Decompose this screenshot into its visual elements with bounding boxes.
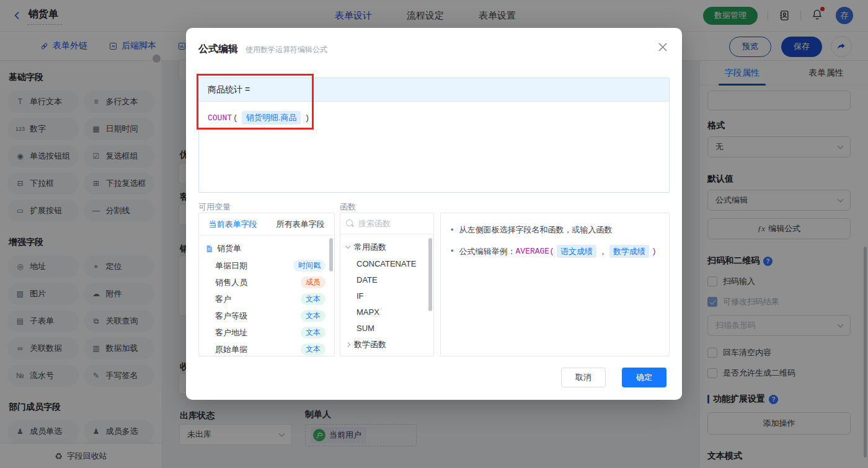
variables-label: 可用变量 xyxy=(198,201,231,213)
cancel-button[interactable]: 取消 xyxy=(561,368,606,387)
field-chip[interactable]: 销货明细.商品 xyxy=(242,111,301,125)
variable-item[interactable]: 客户地址文本 xyxy=(199,324,334,341)
variable-item[interactable]: 销售人员成员 xyxy=(199,274,334,291)
function-item[interactable]: DATE xyxy=(346,272,428,288)
function-tree: 常用函数 CONCATENATE DATE IF MAPX SUM 数学函数 文… xyxy=(340,234,433,356)
type-badge: 文本 xyxy=(301,293,326,305)
paren-open: ( xyxy=(233,113,238,123)
type-badge: 成员 xyxy=(301,276,326,288)
tip-line-1: 从左侧面板选择字段名和函数，或输入函数 xyxy=(451,224,659,236)
variable-item[interactable]: 单据日期时间戳 xyxy=(199,257,334,274)
paren-close: ) xyxy=(304,113,309,123)
tab-all-form-fields[interactable]: 所有表单字段 xyxy=(267,213,334,235)
type-badge: 文本 xyxy=(301,327,326,338)
type-badge: 文本 xyxy=(301,310,326,322)
function-group-common[interactable]: 常用函数 xyxy=(346,239,428,255)
example-function-token: AVERAGE( xyxy=(516,245,554,257)
function-search-input[interactable] xyxy=(358,219,428,228)
example-field-chip: 数学成绩 xyxy=(609,245,649,258)
modal-header: 公式编辑 使用数学运算符编辑公式 xyxy=(186,28,682,56)
formula-target: 商品统计 = xyxy=(199,78,669,102)
function-group-text[interactable]: 文本函数 xyxy=(346,353,428,356)
formula-function-token: COUNT xyxy=(208,113,232,123)
formula-expression[interactable]: COUNT ( 销货明细.商品 ) xyxy=(199,102,669,134)
close-icon xyxy=(657,42,668,53)
function-item[interactable]: CONCATENATE xyxy=(346,255,428,272)
app-window: 销货单 表单设计 流程设定 表单设置 数据管理 存 xyxy=(0,0,868,468)
paren-close: ) xyxy=(652,245,657,257)
functions-panel: 常用函数 CONCATENATE DATE IF MAPX SUM 数学函数 文… xyxy=(340,213,434,356)
formula-editor-area[interactable]: 商品统计 = COUNT ( 销货明细.商品 ) xyxy=(198,77,670,193)
formula-editor-modal: 公式编辑 使用数学运算符编辑公式 商品统计 = COUNT ( 销货明细.商品 … xyxy=(186,28,682,400)
scrollbar-thumb[interactable] xyxy=(329,238,333,272)
chevron-right-icon xyxy=(345,342,350,347)
chevron-down-icon xyxy=(345,244,350,249)
tip-line-2: 公式编辑举例： AVERAGE( 语文成绩 ， 数学成绩 ) xyxy=(451,245,659,258)
variables-panel: 当前表单字段 所有表单字段 销货单 单据日期时间戳 销售人员成员 客户文本 客户… xyxy=(198,213,335,356)
variable-item[interactable]: 客户文本 xyxy=(199,291,334,307)
variable-item[interactable]: 客户等级文本 xyxy=(199,307,334,324)
variables-tabs: 当前表单字段 所有表单字段 xyxy=(199,213,334,236)
type-badge: 文本 xyxy=(301,343,326,355)
tab-current-form-fields[interactable]: 当前表单字段 xyxy=(199,213,267,235)
functions-label: 函数 xyxy=(340,201,356,213)
example-field-chip: 语文成绩 xyxy=(557,245,596,258)
form-doc-icon xyxy=(205,245,213,253)
function-item[interactable]: SUM xyxy=(346,320,428,336)
scrollbar-thumb[interactable] xyxy=(428,238,432,311)
close-button[interactable] xyxy=(657,42,668,53)
variable-root-form[interactable]: 销货单 xyxy=(199,240,334,257)
search-icon xyxy=(346,219,354,227)
tips-panel: 从左侧面板选择字段名和函数，或输入函数 公式编辑举例： AVERAGE( 语文成… xyxy=(440,213,670,356)
function-group-math[interactable]: 数学函数 xyxy=(346,336,428,353)
variables-list: 销货单 单据日期时间戳 销售人员成员 客户文本 客户等级文本 客户地址文本 原始… xyxy=(199,236,334,356)
confirm-button[interactable]: 确定 xyxy=(622,368,666,387)
modal-subtitle: 使用数学运算符编辑公式 xyxy=(246,45,327,55)
function-item[interactable]: MAPX xyxy=(346,304,428,320)
function-item[interactable]: IF xyxy=(346,288,428,304)
variable-item[interactable]: 原始单据文本 xyxy=(199,341,334,356)
function-search xyxy=(340,213,433,234)
type-badge: 时间戳 xyxy=(293,260,326,272)
modal-title: 公式编辑 xyxy=(198,43,238,56)
